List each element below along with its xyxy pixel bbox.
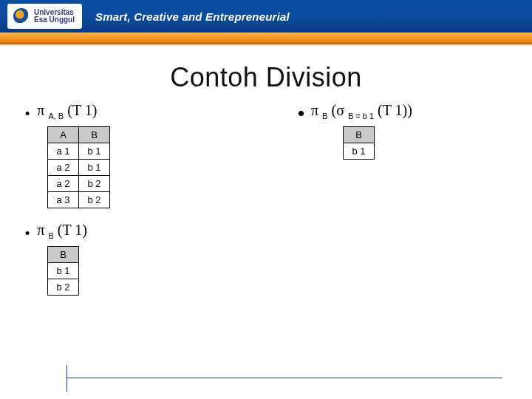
t3-h-B: B (344, 127, 375, 143)
bullet-round-icon (299, 111, 304, 116)
bullet-dot-icon: • (25, 107, 30, 120)
expr-pi-b-t1: π B (T 1) (37, 222, 87, 240)
t2-h-B: B (48, 247, 79, 263)
expr-arg: (T 1) (67, 102, 97, 118)
pi-symbol: π (311, 102, 318, 118)
expr-sub: B = b 1 (348, 112, 374, 120)
logo-icon (13, 8, 30, 24)
bullet-right-1: π B (σ B = b 1 (T 1)) (299, 102, 520, 120)
logo-text: Universitas Esa Unggul (34, 9, 75, 24)
accent-bar (0, 33, 532, 44)
expr-pi-ab-t1: π A, B (T 1) (37, 102, 97, 120)
footer-rule-horiz (66, 378, 502, 378)
t3-c: b 1 (344, 143, 375, 160)
bullet-left-2: • π B (T 1) (25, 222, 247, 240)
slide-body: Contoh Division • π A, B (T 1) A B a 1b … (0, 44, 532, 399)
t1-h-B: B (79, 127, 110, 143)
table-t2: B b 1 b 2 (47, 246, 79, 296)
bullet-dot-icon: • (25, 227, 30, 240)
pi-symbol: π (37, 222, 44, 238)
right-column: π B (σ B = b 1 (T 1)) B b 1 (299, 102, 520, 168)
t2-c: b 1 (48, 263, 79, 279)
t1-c: b 2 (79, 176, 110, 192)
t1-c: b 2 (79, 192, 110, 208)
pi-symbol: π (37, 102, 44, 118)
app-header: Universitas Esa Unggul Smart, Creative a… (0, 0, 532, 33)
logo: Universitas Esa Unggul (7, 4, 82, 29)
left-column: • π A, B (T 1) A B a 1b 1 a 2b 1 a 2b 2 … (25, 102, 247, 304)
expr-pi-b-sigma: π B (σ B = b 1 (T 1)) (311, 102, 412, 120)
sigma-symbol: σ (336, 102, 344, 118)
table-t3: B b 1 (343, 126, 375, 160)
t1-c: a 1 (48, 143, 79, 160)
t1-c: b 1 (79, 160, 110, 176)
t1-c: a 2 (48, 160, 79, 176)
expr-sub: A, B (48, 112, 64, 120)
t2-c: b 2 (48, 279, 79, 296)
expr-arg: (T 1) (58, 222, 87, 238)
table-t1: A B a 1b 1 a 2b 1 a 2b 2 a 3b 2 (47, 126, 110, 208)
logo-line2: Esa Unggul (34, 16, 75, 24)
footer-rule-vert (66, 365, 67, 392)
logo-line1: Universitas (34, 8, 74, 16)
t1-c: b 1 (79, 143, 110, 160)
bullet-left-1: • π A, B (T 1) (25, 102, 247, 120)
expr-arg: (T 1)) (378, 102, 412, 118)
t1-c: a 2 (48, 176, 79, 192)
t1-c: a 3 (48, 192, 79, 208)
expr-sub: B (322, 112, 327, 120)
expr-sub: B (48, 231, 53, 240)
page-title: Contoh Division (22, 62, 510, 93)
t1-h-A: A (48, 127, 79, 143)
tagline: Smart, Creative and Entrepreneurial (95, 10, 290, 23)
